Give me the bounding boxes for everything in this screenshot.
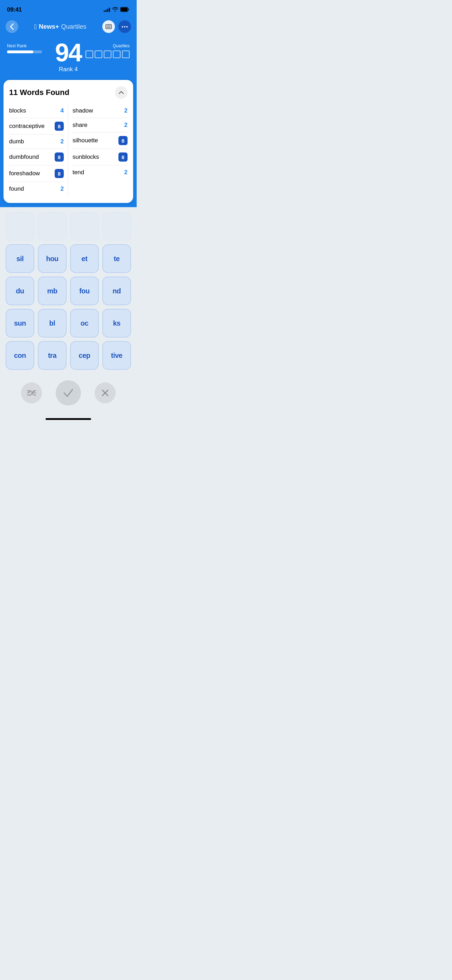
tile-3-2[interactable]: cep [70,341,99,370]
word-score: 2 [124,107,127,114]
word-score-badge: 8 [118,136,127,145]
tiles-row-3: contraceptive [6,341,131,370]
status-icons [104,7,130,13]
confirm-button[interactable] [56,380,81,406]
progress-bar [7,51,42,53]
bottom-controls [0,370,137,412]
words-panel-header: 11 Words Found [9,86,127,99]
tile-3-3[interactable]: tive [102,341,131,370]
tile-1-3[interactable]: nd [102,277,131,305]
apple-logo:  [34,23,37,31]
word-row: sunblocks8 [73,149,127,165]
word-score-badge: 8 [55,169,64,178]
word-text: foreshadow [9,170,40,177]
score-button[interactable] [102,20,115,33]
status-time: 09:41 [7,6,22,13]
score-area: Next Rank 94 Rank 4 Quartiles [0,37,137,80]
tile-placeholder[interactable] [38,212,67,241]
word-text: contraceptive [9,123,45,130]
svg-point-7 [126,26,127,27]
battery-icon [120,7,130,13]
tile-1-0[interactable]: du [6,277,34,305]
tile-3-1[interactable]: tra [38,341,67,370]
word-score: 2 [60,185,64,192]
word-row: foreshadow8 [9,165,64,182]
wifi-icon [112,7,118,13]
word-score-badge: 8 [55,122,64,131]
word-text: tend [73,169,84,176]
words-col-left: blocks4contraceptive8dumb2dumbfound8fore… [9,104,68,196]
svg-rect-1 [121,7,128,11]
next-rank-label: Next Rank [7,43,27,48]
more-button[interactable] [118,20,131,33]
svg-rect-2 [106,24,111,29]
quartiles-boxes [86,51,130,58]
word-score-badge: 8 [118,153,127,162]
tile-2-2[interactable]: oc [70,309,99,337]
quartile-box-3 [104,51,111,58]
tile-1-1[interactable]: mb [38,277,67,305]
app-title:  News+ Quartiles [34,23,86,31]
words-col-right: shadow2share2silhouette8sunblocks8tend2 [68,104,127,196]
word-text: blocks [9,107,26,114]
word-score: 2 [124,122,127,129]
word-text: sunblocks [73,154,99,161]
quartile-box-5 [122,51,130,58]
quartile-box-4 [113,51,121,58]
words-found-panel: 11 Words Found blocks4contraceptive8dumb… [3,80,133,203]
word-text: share [73,122,88,129]
score-number: 94 [55,40,82,65]
word-score-badge: 8 [55,153,64,162]
word-score: 4 [60,107,64,114]
word-row: contraceptive8 [9,118,64,135]
word-text: shadow [73,107,93,114]
collapse-button[interactable] [115,86,127,99]
status-bar: 09:41 [0,0,137,18]
nav-actions [102,20,131,33]
back-button[interactable] [6,20,18,33]
tile-3-0[interactable]: con [6,341,34,370]
tiles-row-2: sunblocks [6,309,131,337]
tiles-grid: silhouettedumbfoundsunblockscontraceptiv… [0,207,137,370]
word-row: tend2 [73,165,127,180]
quartile-box-2 [95,51,102,58]
tile-0-1[interactable]: hou [38,244,67,273]
tile-2-3[interactable]: ks [102,309,131,337]
home-indicator [0,412,137,423]
tiles-row-1: dumbfound [6,277,131,305]
news-plus-label: News+ [39,23,59,30]
tile-2-1[interactable]: bl [38,309,67,337]
quartile-box-1 [86,51,93,58]
word-row: dumbfound8 [9,149,64,165]
progress-bar-fill [7,51,33,53]
word-score: 2 [60,138,64,145]
svg-point-6 [124,26,126,27]
word-text: silhouette [73,137,98,144]
tiles-row-hidden [6,212,131,241]
quartiles-right-label: Quartiles [113,43,130,48]
quartiles-label-nav: Quartiles [61,23,86,30]
tile-0-0[interactable]: sil [6,244,34,273]
home-bar [46,418,91,420]
word-row: shadow2 [73,104,127,118]
tile-placeholder[interactable] [6,212,34,241]
clear-button[interactable] [95,382,116,403]
tile-2-0[interactable]: sun [6,309,34,337]
word-text: found [9,185,24,192]
tile-1-2[interactable]: fou [70,277,99,305]
tile-placeholder[interactable] [70,212,99,241]
word-text: dumb [9,138,24,145]
signal-icon [104,8,110,12]
tiles-row-0: silhouette [6,244,131,273]
rank-label: Rank 4 [59,66,78,73]
tile-0-2[interactable]: et [70,244,99,273]
word-row: share2 [73,118,127,132]
word-text: dumbfound [9,154,39,161]
word-row: dumb2 [9,135,64,149]
tile-0-3[interactable]: te [102,244,131,273]
tile-placeholder[interactable] [102,212,131,241]
word-row: silhouette8 [73,132,127,149]
words-columns: blocks4contraceptive8dumb2dumbfound8fore… [9,104,127,196]
nav-bar:  News+ Quartiles [0,18,137,37]
shuffle-button[interactable] [21,382,42,403]
